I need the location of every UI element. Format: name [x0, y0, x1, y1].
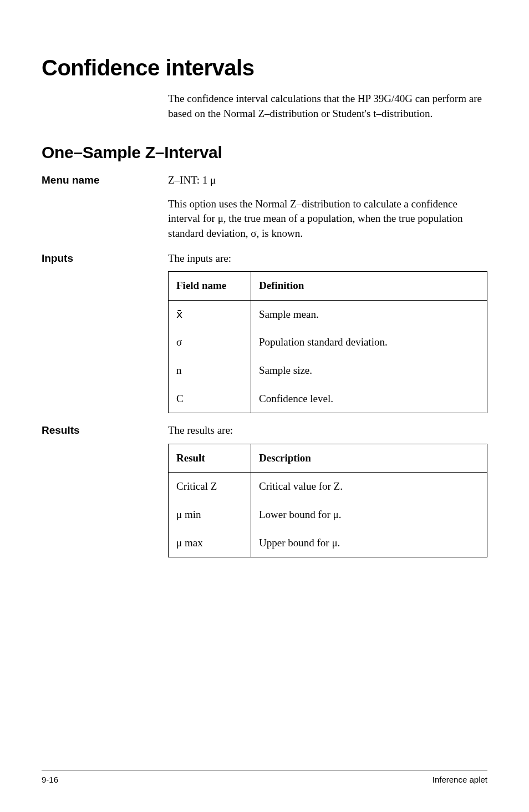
results-lead: The results are: — [168, 423, 487, 438]
inputs-header-field: Field name — [169, 272, 251, 301]
results-label: Results — [42, 423, 168, 557]
table-row: n Sample size. — [169, 357, 487, 385]
inputs-label: Inputs — [42, 251, 168, 414]
field-name-cell: x̄ — [169, 300, 251, 328]
results-table: Result Description Critical Z Critical v… — [168, 444, 487, 557]
table-row: μ min Lower bound for μ. — [169, 501, 487, 529]
definition-cell: Population standard deviation. — [251, 328, 487, 357]
result-name-cell: Critical Z — [169, 473, 251, 501]
table-header-row: Field name Definition — [169, 272, 487, 301]
table-row: μ max Upper bound for μ. — [169, 529, 487, 557]
intro-paragraph: The confidence interval calculations tha… — [168, 92, 487, 121]
description-cell: Lower bound for μ. — [251, 501, 487, 529]
definition-cell: Confidence level. — [251, 385, 487, 413]
menu-description: This option uses the Normal Z–distributi… — [168, 197, 487, 241]
table-row: Critical Z Critical value for Z. — [169, 473, 487, 501]
page-title: Confidence intervals — [42, 55, 487, 80]
field-name-cell: σ — [169, 328, 251, 357]
footer-page-number: 9-16 — [42, 775, 58, 784]
definition-cell: Sample size. — [251, 357, 487, 385]
results-header-desc: Description — [251, 444, 487, 473]
field-name-cell: n — [169, 357, 251, 385]
result-name-cell: μ max — [169, 529, 251, 557]
menu-name-value: Z–INT: 1 μ — [168, 173, 487, 188]
section-title: One–Sample Z–Interval — [42, 143, 487, 162]
table-header-row: Result Description — [169, 444, 487, 473]
footer-section-name: Inference aplet — [433, 775, 487, 784]
results-header-result: Result — [169, 444, 251, 473]
inputs-table: Field name Definition x̄ Sample mean. σ … — [168, 271, 487, 413]
result-name-cell: μ min — [169, 501, 251, 529]
page-footer: 9-16 Inference aplet — [42, 770, 487, 784]
field-name-cell: C — [169, 385, 251, 413]
table-row: x̄ Sample mean. — [169, 300, 487, 328]
definition-cell: Sample mean. — [251, 300, 487, 328]
description-cell: Critical value for Z. — [251, 473, 487, 501]
table-row: σ Population standard deviation. — [169, 328, 487, 357]
inputs-lead: The inputs are: — [168, 251, 487, 266]
description-cell: Upper bound for μ. — [251, 529, 487, 557]
inputs-header-def: Definition — [251, 272, 487, 301]
menu-name-label: Menu name — [42, 173, 168, 241]
table-row: C Confidence level. — [169, 385, 487, 413]
